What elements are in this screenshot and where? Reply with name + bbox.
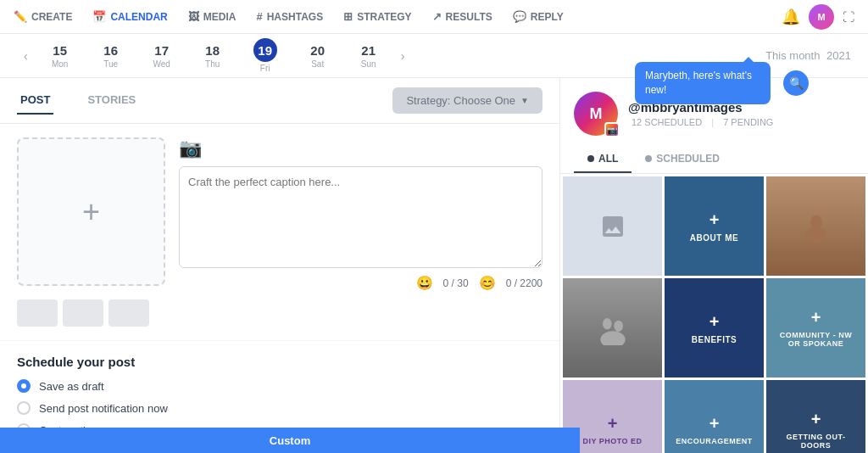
cal-day-fri-today[interactable]: 19 Fri — [238, 35, 292, 76]
grid-cell-benefits[interactable]: + BENEFITS — [665, 278, 764, 378]
svg-point-4 — [600, 331, 625, 345]
tab-all[interactable]: ALL — [574, 146, 632, 173]
image-placeholder-icon — [599, 213, 626, 240]
grid-cell-encouragement[interactable]: + ENCOURAGEMENT — [665, 380, 764, 453]
create-icon: ✏️ — [14, 10, 27, 23]
grid-cell-community[interactable]: + COMMUNITY - NW OR SPOKANE — [766, 278, 865, 378]
profile-info: @mbbryantimages 12 SCHEDULED | 7 PENDING — [628, 100, 854, 127]
svg-point-2 — [603, 318, 612, 329]
image-thumbnails — [17, 299, 165, 327]
nav-hashtags[interactable]: # HASHTAGS — [256, 10, 323, 23]
cal-day-thu[interactable]: 18 Thu — [187, 40, 238, 72]
next-week-arrow[interactable]: › — [394, 46, 412, 66]
right-panel: M 📷 @mbbryantimages 12 SCHEDULED | 7 PEN… — [559, 78, 868, 453]
nav-right: 🔔 M ⛶ — [782, 4, 854, 30]
hashtag-count-icon: 😀 — [416, 275, 433, 291]
instagram-badge-icon: 📷 — [604, 122, 620, 137]
schedule-option-notify[interactable]: Send post notification now — [17, 401, 542, 415]
post-tabs: POST STORIES — [17, 87, 156, 115]
user-avatar[interactable]: M — [809, 4, 834, 30]
grid-tabs: ALL SCHEDULED — [560, 146, 868, 174]
top-nav: ✏️ CREATE 📅 CALENDAR 🖼 MEDIA # HASHTAGS … — [0, 0, 868, 34]
hashtag-icon: # — [256, 10, 262, 23]
upload-plus-icon: + — [82, 194, 100, 230]
strategy-icon: ⊞ — [343, 10, 353, 23]
tab-post[interactable]: POST — [17, 87, 53, 115]
community-plus-icon: + — [811, 308, 821, 327]
cal-day-sat[interactable]: 20 Sat — [292, 40, 343, 72]
tooltip-magnify-button[interactable]: 🔍 — [783, 70, 809, 96]
caption-column: 📷 😀 0 / 30 😊 0 / 2200 — [179, 137, 542, 327]
cell-plus-icon: + — [709, 210, 720, 230]
image-upload-area[interactable]: + — [17, 137, 165, 286]
grid-cell-1[interactable] — [563, 176, 662, 276]
instagram-platform-icon: 📷 — [179, 137, 202, 159]
strategy-chevron-icon: ▼ — [520, 96, 529, 105]
cal-day-tue[interactable]: 16 Tue — [86, 40, 136, 72]
caption-counts: 😀 0 / 30 😊 0 / 2200 — [179, 275, 542, 291]
nav-media[interactable]: 🖼 MEDIA — [188, 10, 236, 23]
calendar-icon: 📅 — [92, 10, 106, 23]
notifications-bell[interactable]: 🔔 — [782, 8, 800, 26]
emoji-icon: 😊 — [479, 275, 496, 291]
thumbnail-3[interactable] — [108, 299, 149, 327]
caption-textarea[interactable] — [179, 166, 542, 268]
results-icon: ↗ — [432, 10, 442, 23]
tab-all-dot — [587, 155, 594, 162]
benefits-plus-icon: + — [709, 312, 720, 332]
custom-bottom-bar[interactable]: Custom — [0, 428, 580, 453]
radio-draft — [17, 379, 31, 393]
nav-results[interactable]: ↗ RESULTS — [432, 10, 492, 23]
radio-notify — [17, 401, 31, 415]
expand-icon[interactable]: ⛶ — [843, 10, 854, 24]
tab-scheduled[interactable]: SCHEDULED — [632, 146, 733, 173]
tab-scheduled-dot — [645, 155, 652, 162]
svg-point-1 — [806, 226, 826, 243]
diy-plus-icon: + — [608, 414, 618, 433]
grid-cell-about-me[interactable]: + ABOUT ME — [665, 176, 764, 276]
encouragement-plus-icon: + — [709, 414, 720, 433]
nav-strategy[interactable]: ⊞ STRATEGY — [343, 10, 411, 23]
this-month-button[interactable]: This month 2021 — [762, 49, 851, 62]
left-panel: POST STORIES Strategy: Choose One ▼ + — [0, 78, 559, 453]
thumbnail-1[interactable] — [17, 299, 58, 327]
nav-create[interactable]: ✏️ CREATE — [14, 10, 72, 23]
schedule-option-draft[interactable]: Save as draft — [17, 379, 542, 393]
outdoors-plus-icon: + — [811, 410, 821, 429]
svg-point-3 — [614, 320, 623, 331]
editor-area: + 📷 😀 0 / 30 — [0, 124, 559, 340]
cal-day-mon[interactable]: 15 Mon — [35, 40, 86, 72]
strategy-button[interactable]: Strategy: Choose One ▼ — [392, 87, 542, 114]
grid-cell-outdoors[interactable]: + GETTING OUT-DOORS — [766, 380, 865, 453]
grid-cell-photo-1[interactable] — [766, 176, 865, 276]
reply-icon: 💬 — [513, 10, 526, 23]
prev-week-arrow[interactable]: ‹ — [17, 46, 35, 66]
main-layout: POST STORIES Strategy: Choose One ▼ + — [0, 78, 868, 453]
grid-cell-photo-2[interactable] — [563, 278, 662, 378]
photo-bw-icon — [596, 311, 630, 345]
media-icon: 🖼 — [188, 10, 199, 23]
photo-grid: + ABOUT ME — [560, 174, 868, 453]
profile-avatar-wrap: M 📷 — [574, 92, 618, 136]
cal-day-sun[interactable]: 21 Sun — [343, 40, 394, 72]
nav-calendar[interactable]: 📅 CALENDAR — [92, 10, 167, 23]
photo-placeholder-icon — [799, 210, 833, 243]
nav-reply[interactable]: 💬 REPLY — [513, 10, 564, 23]
thumbnail-2[interactable] — [63, 299, 103, 327]
cal-day-wed[interactable]: 17 Wed — [136, 40, 187, 72]
tab-stories[interactable]: STORIES — [84, 87, 139, 115]
